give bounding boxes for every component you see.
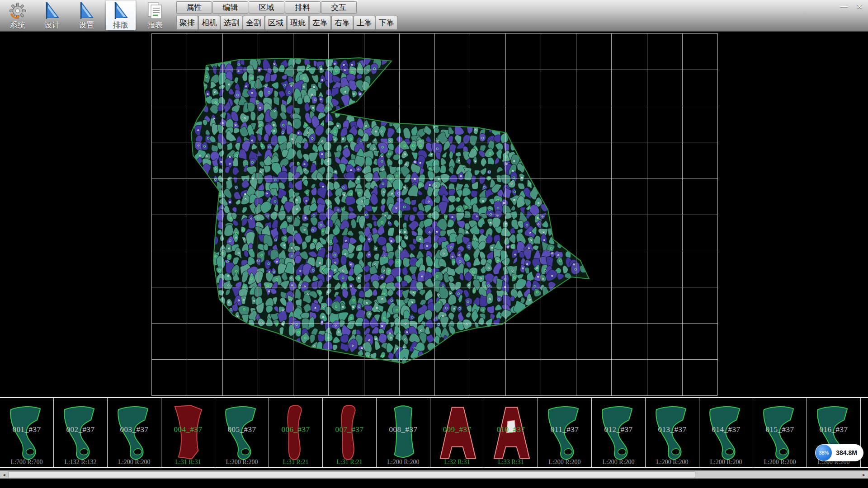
part-name: 006_#37 [269,425,322,434]
part-lr-label: L:33 R:31 [484,459,538,466]
part-lr-label: L:31 R:21 [269,459,322,466]
part-name: 016_#37 [807,425,860,434]
tool-button-9[interactable]: 上靠 [354,16,375,30]
gear-icon [8,1,28,21]
part-name: 009_#37 [430,425,484,434]
scroll-left-arrow-icon[interactable]: ◄ [0,471,8,479]
part-item-004_#37[interactable]: 004_#37L:31 R:31 [161,398,215,467]
window-controls: — ✕ [838,1,865,11]
progress-circle: 38% [816,445,832,461]
menu-button-1[interactable]: 属性 [176,1,212,14]
part-name: 004_#37 [161,425,215,434]
app-tab-system[interactable]: 系统 [3,0,33,30]
menu-area: 属性编辑区域排料交互 聚排相机选割全割区域瑕疵左靠右靠上靠下靠 [176,0,398,31]
app-tab-report[interactable]: 报表 [140,0,170,30]
part-name: 003_#37 [108,425,161,434]
part-item-007_#37[interactable]: 007_#37L:31 R:21 [323,398,377,467]
part-lr-label: L:200 R:200 [699,459,753,466]
memory-usage-badge[interactable]: 38% 384.8M [815,444,863,461]
part-item-008_#37[interactable]: 008_#37L:200 R:200 [377,398,430,467]
sail-icon [76,1,96,21]
tool-button-10[interactable]: 下靠 [376,16,397,30]
memory-label: 384.8M [836,449,857,456]
part-name: 007_#37 [323,425,376,434]
part-item-006_#37[interactable]: 006_#37L:31 R:21 [269,398,323,467]
scrollbar-thumb[interactable] [8,471,695,478]
part-item-005_#37[interactable]: 005_#37L:200 R:200 [215,398,269,467]
part-lr-label: L:200 R:200 [377,459,430,466]
part-name: 002_#37 [54,425,107,434]
part-lr-label: L:200 R:200 [753,459,807,466]
minimize-icon[interactable]: — [838,1,850,11]
app-tab-label: 报表 [147,21,163,30]
nesting-canvas[interactable] [0,32,868,397]
part-item-012_#37[interactable]: 012_#37L:200 R:200 [592,398,646,467]
main-toolbar: 系统设计设置排版报表 属性编辑区域排料交互 聚排相机选割全割区域瑕疵左靠右靠上靠… [0,0,868,32]
part-name: 011_#37 [538,425,591,434]
tool-button-5[interactable]: 区域 [265,16,287,30]
part-item-009_#37[interactable]: 009_#37L:32 R:31 [430,398,484,467]
part-lr-label: L:200 R:200 [592,459,645,466]
part-lr-label: L:200 R:200 [108,459,161,466]
tool-button-6[interactable]: 瑕疵 [287,16,309,30]
part-name: 012_#37 [592,425,645,434]
part-lr-label: L:31 R:31 [161,459,215,466]
menu-button-2[interactable]: 编辑 [212,1,248,14]
tool-button-3[interactable]: 选割 [221,16,242,30]
part-name: 010_#37 [484,425,538,434]
part-item-014_#37[interactable]: 014_#37L:200 R:200 [699,398,753,467]
part-lr-label: L:200 R:200 [538,459,591,466]
report-icon [145,1,165,21]
app-tab-label: 设计 [44,21,60,30]
menu-button-4[interactable]: 排料 [285,1,321,14]
horizontal-scrollbar[interactable]: ◄ ► [0,470,868,479]
part-lr-label: L:31 R:21 [323,459,376,466]
part-item-003_#37[interactable]: 003_#37L:200 R:200 [108,398,161,467]
part-item-011_#37[interactable]: 011_#37L:200 R:200 [538,398,592,467]
tool-button-7[interactable]: 左靠 [309,16,331,30]
part-item-010_#37[interactable]: 010_#37L:33 R:31 [484,398,538,467]
part-name: 014_#37 [699,425,753,434]
part-name: 005_#37 [215,425,269,434]
part-name: 001_#37 [0,425,53,434]
part-item-013_#37[interactable]: 013_#37L:200 R:200 [646,398,699,467]
scroll-right-arrow-icon[interactable]: ► [860,471,868,479]
part-lr-label: L:132 R:132 [54,459,107,466]
app-tab-design[interactable]: 设计 [37,0,67,30]
part-name: 013_#37 [646,425,699,434]
parts-panel: 001_#37L:700 R:700002_#37L:132 R:132003_… [0,397,868,468]
sail-icon [111,1,131,21]
app-tab-label: 排版 [113,21,128,30]
part-lr-label: L:200 R:200 [215,459,269,466]
menu-row-primary: 属性编辑区域排料交互 [176,0,398,15]
tool-button-4[interactable]: 全割 [243,16,264,30]
app-tab-settings[interactable]: 设置 [71,0,101,30]
close-icon[interactable]: ✕ [854,1,865,11]
app-tab-label: 设置 [79,21,94,30]
part-name: 015_#37 [753,425,807,434]
part-item-002_#37[interactable]: 002_#37L:132 R:132 [54,398,108,467]
part-lr-label: L:200 R:200 [646,459,699,466]
menu-button-3[interactable]: 区域 [249,1,284,14]
part-item-015_#37[interactable]: 015_#37L:200 R:200 [753,398,807,467]
tool-button-8[interactable]: 右靠 [331,16,353,30]
sail-icon [42,1,62,21]
tool-button-2[interactable]: 相机 [198,16,220,30]
app-launcher: 系统设计设置排版报表 [0,0,176,31]
app-tab-layout[interactable]: 排版 [106,0,136,30]
part-name: 008_#37 [377,425,430,434]
menu-button-5[interactable]: 交互 [321,1,357,14]
part-item-001_#37[interactable]: 001_#37L:700 R:700 [0,398,54,467]
tool-button-1[interactable]: 聚排 [176,16,198,30]
menu-row-tools: 聚排相机选割全割区域瑕疵左靠右靠上靠下靠 [176,15,398,31]
part-lr-label: L:700 R:700 [0,459,53,466]
part-lr-label: L:32 R:31 [430,459,484,466]
application-window: 系统设计设置排版报表 属性编辑区域排料交互 聚排相机选割全割区域瑕疵左靠右靠上靠… [0,0,868,488]
app-tab-label: 系统 [10,21,25,30]
